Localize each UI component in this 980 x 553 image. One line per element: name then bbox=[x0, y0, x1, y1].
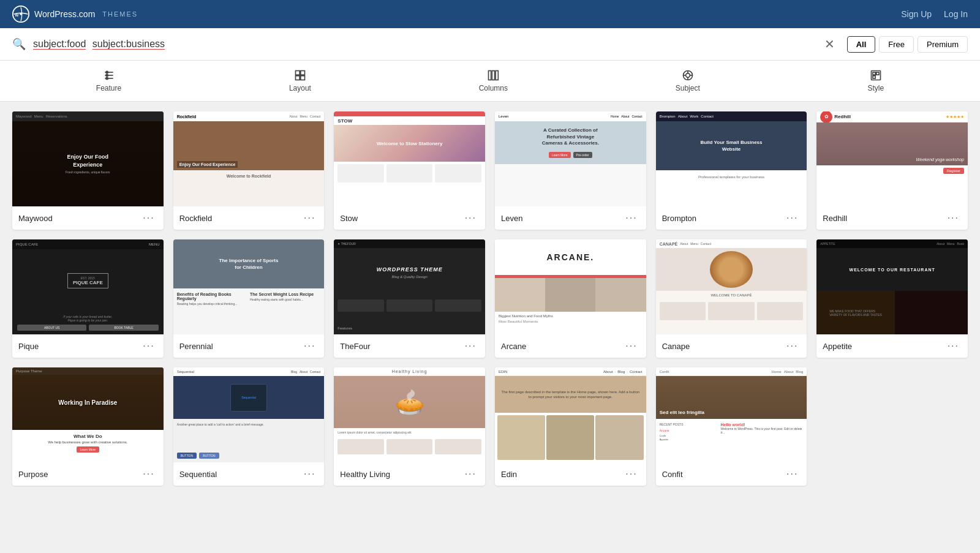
search-icon: 🔍 bbox=[12, 37, 26, 51]
theme-footer-purpose: Purpose ··· bbox=[12, 462, 164, 486]
theme-thumbnail-appetite: APPETITE AboutMenuBook WELCOME TO OUR RE… bbox=[816, 239, 968, 334]
filter-premium-button[interactable]: Premium bbox=[918, 36, 968, 53]
theme-name-brompton: Brompton bbox=[662, 214, 696, 223]
wordpress-logo: W bbox=[12, 6, 29, 23]
theme-name-redhill: Redhill bbox=[823, 214, 847, 223]
theme-name-rockfield: Rockfield bbox=[179, 214, 212, 223]
theme-footer-appetite: Appetite ··· bbox=[816, 334, 968, 358]
theme-card-redhill[interactable]: ✿ Redhill ★★★★★ Weekend yoga workshop Re… bbox=[816, 111, 968, 230]
theme-card-canape[interactable]: CANAPÉ AboutMenuContact WELCOME TO CANAP… bbox=[656, 239, 807, 358]
themes-grid: MaywoodMenuReservations Enjoy Our FoodEx… bbox=[0, 102, 980, 495]
theme-card-perennial[interactable]: The Importance of Sportsfor Children Ben… bbox=[173, 239, 325, 358]
theme-card-maywood[interactable]: MaywoodMenuReservations Enjoy Our FoodEx… bbox=[12, 111, 164, 230]
theme-footer-redhill: Redhill ··· bbox=[816, 206, 968, 230]
theme-card-pique[interactable]: PIQUE CAFE MENU EST. 2015 PIQUE CAFE If … bbox=[12, 239, 164, 358]
svg-rect-11 bbox=[295, 76, 300, 80]
theme-thumbnail-sequential: Sequential BlogAboutContact Sequential A… bbox=[173, 367, 325, 462]
svg-rect-15 bbox=[496, 71, 498, 80]
theme-name-canape: Canape bbox=[662, 342, 690, 351]
theme-footer-arcane: Arcane ··· bbox=[495, 334, 646, 358]
theme-more-edin[interactable]: ··· bbox=[623, 467, 639, 481]
theme-card-brompton[interactable]: Brompton AboutWorkContact Build Your Sma… bbox=[656, 111, 807, 230]
style-label: Style bbox=[867, 84, 884, 92]
theme-more-confit[interactable]: ··· bbox=[784, 467, 801, 481]
theme-card-edin[interactable]: EDIN About·Blog·Contact The first page d… bbox=[495, 367, 646, 486]
theme-more-rockfield[interactable]: ··· bbox=[301, 211, 318, 225]
style-filter[interactable]: Style bbox=[855, 67, 896, 95]
filter-free-button[interactable]: Free bbox=[879, 36, 914, 53]
svg-point-8 bbox=[106, 77, 108, 79]
theme-thumbnail-brompton: Brompton AboutWorkContact Build Your Sma… bbox=[656, 111, 807, 206]
feature-icon bbox=[103, 69, 115, 81]
theme-thumbnail-leven: Leven HomeAboutContact A Curated Collect… bbox=[495, 111, 646, 206]
theme-more-thefour[interactable]: ··· bbox=[462, 339, 479, 353]
log-in-link[interactable]: Log In bbox=[944, 9, 968, 19]
theme-footer-sequential: Sequential ··· bbox=[173, 462, 325, 486]
layout-filter[interactable]: Layout bbox=[277, 67, 323, 95]
theme-more-appetite[interactable]: ··· bbox=[945, 339, 962, 353]
theme-card-rockfield[interactable]: Rockfield AboutMenuContact Enjoy Our Foo… bbox=[173, 111, 325, 230]
columns-icon bbox=[487, 69, 499, 81]
theme-thumbnail-purpose: Purpose Theme Working In Paradise What W… bbox=[12, 367, 164, 462]
theme-more-perennial[interactable]: ··· bbox=[301, 339, 318, 353]
columns-filter[interactable]: Columns bbox=[467, 67, 520, 95]
clear-search-button[interactable]: ✕ bbox=[820, 34, 840, 54]
theme-thumbnail-rockfield: Rockfield AboutMenuContact Enjoy Our Foo… bbox=[173, 111, 325, 206]
theme-more-arcane[interactable]: ··· bbox=[623, 339, 639, 353]
theme-thumbnail-redhill: ✿ Redhill ★★★★★ Weekend yoga workshop Re… bbox=[816, 111, 968, 206]
theme-name-arcane: Arcane bbox=[501, 342, 526, 351]
theme-more-purpose[interactable]: ··· bbox=[140, 467, 157, 481]
theme-more-pique[interactable]: ··· bbox=[140, 339, 157, 353]
theme-footer-perennial: Perennial ··· bbox=[173, 334, 325, 358]
theme-more-leven[interactable]: ··· bbox=[623, 211, 639, 225]
subject-label: Subject bbox=[676, 84, 700, 92]
feature-label: Feature bbox=[96, 84, 121, 92]
theme-name-edin: Edin bbox=[501, 470, 517, 479]
theme-card-confit[interactable]: Confit HomeAboutBlog Sed elit leo fringi… bbox=[656, 367, 807, 486]
theme-card-leven[interactable]: Leven HomeAboutContact A Curated Collect… bbox=[495, 111, 646, 230]
theme-footer-confit: Confit ··· bbox=[656, 462, 807, 486]
theme-footer-leven: Leven ··· bbox=[495, 206, 646, 230]
svg-rect-9 bbox=[295, 71, 300, 75]
theme-more-maywood[interactable]: ··· bbox=[140, 211, 157, 225]
theme-label: THEMES bbox=[102, 10, 138, 18]
layout-icon bbox=[294, 69, 306, 81]
filter-all-button[interactable]: All bbox=[847, 36, 876, 53]
theme-more-stow[interactable]: ··· bbox=[462, 211, 479, 225]
theme-more-redhill[interactable]: ··· bbox=[945, 211, 962, 225]
theme-thumbnail-stow: STOW Welcome to Stow Stationery bbox=[334, 111, 485, 206]
filter-pill-group: All Free Premium bbox=[847, 36, 968, 53]
theme-footer-thefour: TheFour ··· bbox=[334, 334, 485, 358]
theme-thumbnail-pique: PIQUE CAFE MENU EST. 2015 PIQUE CAFE If … bbox=[12, 239, 164, 334]
theme-card-stow[interactable]: STOW Welcome to Stow Stationery Stow ··· bbox=[334, 111, 485, 230]
theme-name-maywood: Maywood bbox=[18, 214, 53, 223]
theme-name-stow: Stow bbox=[340, 214, 358, 223]
theme-more-canape[interactable]: ··· bbox=[784, 339, 801, 353]
search-tag-food: subject:food bbox=[33, 39, 86, 49]
theme-card-appetite[interactable]: APPETITE AboutMenuBook WELCOME TO OUR RE… bbox=[816, 239, 968, 358]
sign-up-link[interactable]: Sign Up bbox=[901, 9, 932, 19]
search-input-display: subject:food subject:business bbox=[33, 39, 812, 50]
theme-more-sequential[interactable]: ··· bbox=[301, 467, 318, 481]
theme-card-thefour[interactable]: ✦ THEFOUR WORDPRESS THEME Blog & Quality… bbox=[334, 239, 485, 358]
theme-thumbnail-edin: EDIN About·Blog·Contact The first page d… bbox=[495, 367, 646, 462]
theme-thumbnail-perennial: The Importance of Sportsfor Children Ben… bbox=[173, 239, 325, 334]
theme-card-purpose[interactable]: Purpose Theme Working In Paradise What W… bbox=[12, 367, 164, 486]
svg-rect-23 bbox=[873, 72, 875, 75]
svg-rect-12 bbox=[301, 76, 305, 80]
theme-name-thefour: TheFour bbox=[340, 342, 370, 351]
subject-filter[interactable]: Subject bbox=[663, 67, 712, 95]
theme-card-arcane[interactable]: ARCANE. Biggest Nutrition and Food Myths… bbox=[495, 239, 646, 358]
filter-toolbar: Feature Layout Columns Subject Style bbox=[0, 61, 980, 102]
theme-footer-edin: Edin ··· bbox=[495, 462, 646, 486]
theme-more-brompton[interactable]: ··· bbox=[784, 211, 801, 225]
theme-card-healthy-living[interactable]: Healthy Living Lorem ipsum dolor sit ame… bbox=[334, 367, 485, 486]
theme-more-healthy-living[interactable]: ··· bbox=[462, 467, 479, 481]
theme-card-sequential[interactable]: Sequential BlogAboutContact Sequential A… bbox=[173, 367, 325, 486]
svg-point-6 bbox=[106, 71, 108, 73]
feature-filter[interactable]: Feature bbox=[84, 67, 134, 95]
theme-name-sequential: Sequential bbox=[179, 470, 217, 479]
svg-text:W: W bbox=[15, 13, 18, 17]
theme-footer-healthy-living: Healthy Living ··· bbox=[334, 462, 485, 486]
theme-name-healthy-living: Healthy Living bbox=[340, 470, 390, 479]
